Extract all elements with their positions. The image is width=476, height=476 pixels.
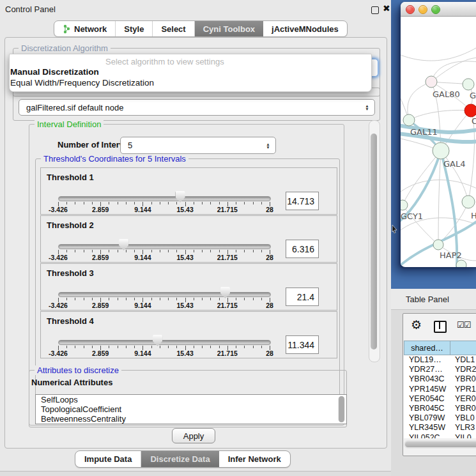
slider-track[interactable] [58, 292, 271, 297]
slider-track[interactable] [58, 340, 271, 345]
table-row[interactable]: YPR145WYPR1 [404, 385, 476, 394]
minor-tick [92, 250, 93, 252]
network-node-green[interactable] [463, 79, 474, 90]
list-scrollbar-thumb[interactable] [339, 396, 344, 422]
table-row[interactable]: YDL19…YDL1 [404, 355, 476, 365]
gear-icon[interactable]: ⚙ [411, 318, 422, 332]
list-scrollbar[interactable] [338, 396, 345, 422]
network-edge[interactable] [409, 110, 471, 120]
cell-shared-name[interactable]: YBR043C [404, 374, 451, 384]
close-traffic-light[interactable] [406, 5, 415, 14]
column-header-shared-name[interactable]: shared… [404, 341, 450, 355]
minor-tick [168, 202, 169, 204]
attribute-list-item[interactable]: TopologicalCoefficient [36, 404, 346, 414]
network-node-green[interactable] [456, 260, 466, 267]
network-node-green[interactable] [433, 240, 443, 250]
cell-shared-name[interactable]: YBL079W [404, 413, 451, 423]
tick-label: 15.43 [176, 206, 193, 213]
table-row[interactable]: YBR045CYBR0 [404, 404, 476, 413]
tick-label: 15.43 [176, 254, 193, 261]
cell-shared-name[interactable]: YIL052C [404, 433, 451, 439]
cell-shared-name[interactable]: YLR345W [404, 423, 451, 433]
tab-network[interactable]: Network [54, 21, 116, 36]
threshold-value-input[interactable]: 6.316 [286, 240, 319, 258]
minor-tick [109, 250, 109, 252]
table-panel-title: Table Panel [406, 295, 449, 304]
cell-name[interactable]: YBR0 [451, 404, 476, 413]
network-edge[interactable] [408, 82, 431, 120]
tab-discretize-data[interactable]: Discretize Data [141, 451, 219, 467]
tab-jactivemnodules[interactable]: jActiveMNodules [263, 21, 347, 36]
settings-scrollbar[interactable] [369, 120, 380, 362]
table-row[interactable]: YBL079WYBL0 [404, 413, 476, 423]
network-node-green[interactable] [433, 142, 449, 159]
cell-name[interactable]: YDR2 [451, 365, 476, 374]
slider-track[interactable] [58, 196, 271, 201]
cell-shared-name[interactable]: YPR145W [404, 385, 451, 394]
cell-shared-name[interactable]: YER054C [404, 394, 451, 404]
apply-button[interactable]: Apply [172, 428, 215, 443]
numerical-attributes-list[interactable]: SelfLoopsTopologicalCoefficientBetweenne… [35, 394, 347, 424]
float-window-icon[interactable] [371, 6, 379, 14]
tick-label: -3.426 [49, 302, 68, 309]
network-node-green[interactable] [462, 196, 475, 208]
cell-name[interactable]: YBR0 [451, 374, 476, 384]
network-canvas[interactable]: GAL80GACGAL11GAL4GCY1HHAP2 [401, 17, 476, 267]
table-row[interactable]: YBR043CYBR0 [404, 374, 476, 384]
table-row[interactable]: YER054CYER0 [404, 394, 476, 404]
cell-shared-name[interactable]: YDL19… [404, 355, 451, 365]
network-edge[interactable] [438, 151, 441, 245]
minor-tick [118, 250, 118, 252]
cell-name[interactable]: YLR3 [451, 423, 475, 433]
network-edge[interactable] [401, 180, 476, 195]
minor-tick [134, 202, 135, 204]
minimize-traffic-light[interactable] [418, 5, 427, 14]
table-horizontal-scrollbar[interactable] [404, 440, 476, 449]
tab-select[interactable]: Select [153, 21, 194, 36]
network-node-red[interactable] [464, 104, 476, 117]
network-node-green[interactable] [403, 114, 415, 126]
column-header-name[interactable]: na [450, 341, 476, 355]
minor-tick [261, 346, 262, 348]
tab-infer-network[interactable]: Infer Network [219, 451, 290, 467]
dropdown-option[interactable]: Equal Width/Frequency Discretization [10, 78, 154, 88]
cell-name[interactable]: YDL1 [451, 355, 475, 365]
attribute-list-item[interactable]: SelfLoops [36, 395, 346, 404]
network-edge[interactable] [441, 151, 468, 202]
cell-name[interactable]: YPR1 [451, 385, 476, 394]
network-edge[interactable] [403, 151, 441, 205]
cell-shared-name[interactable]: YBR045C [404, 404, 451, 413]
tick-label: 9.144 [134, 349, 151, 357]
close-icon[interactable]: ✖ [383, 3, 390, 13]
network-edge[interactable] [401, 41, 476, 61]
threshold-value-input[interactable]: 21.4 [286, 288, 319, 306]
cell-shared-name[interactable]: YDR27… [404, 365, 451, 374]
table-row[interactable]: YIL052CYIL0 [404, 433, 476, 439]
cell-name[interactable]: YBL0 [451, 413, 475, 423]
minor-tick [84, 346, 84, 348]
attributes-title: Attributes to discretize [35, 365, 121, 375]
threshold-value-input[interactable]: 14.713 [286, 192, 319, 210]
network-node-green[interactable] [401, 200, 408, 210]
table-hscrollbar-thumb[interactable] [405, 441, 476, 447]
network-node-pink[interactable] [426, 76, 437, 88]
attribute-list-item[interactable]: BetweennessCentrality [36, 414, 346, 424]
threshold-value-input[interactable]: 11.344 [286, 335, 319, 354]
tab-style[interactable]: Style [116, 21, 153, 36]
number-of-intervals-combobox[interactable]: 5 ▲▼ [120, 137, 276, 154]
settings-scrollbar-thumb[interactable] [371, 134, 377, 349]
table-data-combobox[interactable]: galFiltered.sif default node ▲▼ [19, 99, 375, 116]
tab-cyni-toolbox[interactable]: Cyni Toolbox [195, 21, 263, 36]
dropdown-option[interactable]: Manual Discretization [10, 67, 99, 77]
tab-impute-data[interactable]: Impute Data [75, 451, 141, 467]
table-row[interactable]: YLR345WYLR3 [404, 423, 476, 433]
cell-name[interactable]: YIL0 [451, 433, 472, 439]
cell-name[interactable]: YER0 [451, 394, 476, 404]
threshold-panel: Threshold 1-3.4262.8599.14415.4321.71528… [40, 167, 337, 215]
split-columns-icon[interactable] [434, 321, 447, 333]
table-row[interactable]: YDR27…YDR2 [404, 365, 476, 374]
zoom-traffic-light[interactable] [431, 5, 440, 14]
node-label: GAL11 [410, 127, 438, 137]
slider-track[interactable] [58, 244, 271, 249]
select-columns-icon[interactable]: ☑☑ [457, 320, 470, 330]
